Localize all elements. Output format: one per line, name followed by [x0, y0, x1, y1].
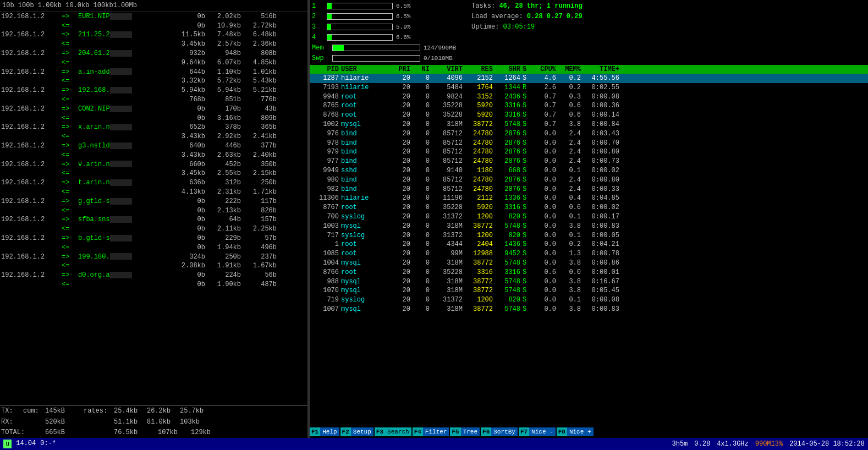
process-row[interactable]: 8767root2003522859203316S0.00.60:00.02 — [310, 203, 868, 212]
nethogs-dir: <= — [62, 280, 78, 289]
nethogs-ip — [1, 132, 62, 141]
nethogs-sent: 0b — [172, 105, 207, 114]
proc-state: S — [523, 129, 534, 139]
header-shr: SHR — [495, 65, 523, 73]
proc-user: root — [341, 92, 391, 102]
process-row[interactable]: 9949sshd20091401180668S0.00.10:00.02 — [310, 166, 868, 175]
proc-pri: 20 — [391, 203, 413, 212]
process-row[interactable]: 8768root2003522859203316S0.70.60:00.14 — [310, 111, 868, 120]
fn-label-f5[interactable]: Tree — [461, 427, 480, 436]
proc-time: 0:00.83 — [583, 222, 622, 231]
nethogs-rate: 117b — [243, 197, 279, 206]
tx-cum-val: 145kB — [45, 406, 84, 416]
process-row[interactable]: 977bind20085712247802876S0.02.40:00.73 — [310, 157, 868, 166]
proc-pid: 7193 — [311, 83, 341, 92]
proc-virt: 31372 — [432, 295, 465, 305]
nethogs-rate: 2.41kb — [243, 132, 279, 141]
nethogs-ip: 192.168.1.2 — [1, 234, 62, 243]
load-label: Load average: — [471, 13, 527, 20]
uptime-line: Uptime: 03:05:19 — [471, 22, 866, 32]
rx-row: RX: 520kB 51.1kb 81.0kb 103kb — [0, 417, 307, 427]
fn-label-f6[interactable]: SortBy — [491, 427, 518, 436]
nethogs-rate: 365b — [243, 123, 279, 132]
process-row[interactable]: 11306hilarie2001119621121336S0.00.40:04.… — [310, 194, 868, 203]
process-row[interactable]: 1002mysql200318M387725748S0.73.80:00.84 — [310, 120, 868, 129]
proc-user: root — [341, 111, 391, 120]
cpu-bar-container — [327, 3, 393, 9]
proc-res: 38772 — [465, 259, 495, 268]
nethogs-dest: g3.nstld — [78, 141, 172, 151]
proc-mem: 2.4 — [558, 175, 583, 185]
proc-pri: 20 — [391, 175, 413, 185]
process-row[interactable]: 1root200434424041436S0.00.20:04.21 — [310, 240, 868, 249]
process-row[interactable]: 1070mysql200318M387725748S0.03.80:05.45 — [310, 286, 868, 295]
process-row[interactable]: 1007mysql200318M387725748S0.03.80:00.83 — [310, 305, 868, 314]
fn-label-f8[interactable]: Nice + — [567, 427, 594, 436]
process-row[interactable]: 1003mysql200318M387725748S0.03.80:00.83 — [310, 222, 868, 231]
nethogs-dest — [78, 243, 172, 253]
proc-shr: 5748 — [495, 286, 523, 295]
proc-pid: 982 — [311, 185, 341, 194]
process-row[interactable]: 719syslog200313721200820S0.00.10:00.08 — [310, 295, 868, 305]
nethogs-ip: 192.168.1.2 — [1, 68, 62, 77]
fn-label-f3[interactable]: Search — [385, 427, 411, 436]
header-res: RES — [465, 65, 495, 73]
process-row[interactable]: 1287hilarie200409621521264S4.60.24:55.56 — [310, 74, 868, 83]
nethogs-dir: => — [62, 178, 78, 188]
proc-time: 0:00.02 — [583, 166, 622, 175]
proc-ni: 0 — [413, 295, 432, 305]
process-row[interactable]: 982bind20085712247802876S0.02.40:00.33 — [310, 185, 868, 194]
process-row[interactable]: 700syslog200313721200820S0.00.10:00.17 — [310, 212, 868, 222]
proc-user: bind — [341, 139, 391, 148]
proc-ni: 0 — [413, 268, 432, 277]
nethogs-row: <=3.45kb2.57kb2.36kb — [0, 40, 307, 49]
process-row[interactable]: 980bind20085712247802876S0.02.40:00.80 — [310, 175, 868, 185]
process-row[interactable]: 8766root2003522833163316S0.60.00:00.01 — [310, 268, 868, 277]
nethogs-rate: 56b — [243, 271, 279, 280]
proc-time: 0:02.55 — [583, 83, 622, 92]
nethogs-dir: => — [62, 160, 78, 169]
process-row[interactable]: 8765root2003522859203316S0.70.60:00.36 — [310, 101, 868, 111]
nethogs-recv: 5.72kb — [207, 76, 243, 86]
nethogs-rate: 1.71kb — [243, 188, 279, 197]
proc-state: S — [523, 111, 534, 120]
proc-res: 24780 — [465, 175, 495, 185]
process-row[interactable]: 9948root200982431522436S0.70.30:00.08 — [310, 92, 868, 102]
tx-rate3: 25.7kb — [180, 406, 213, 416]
process-row[interactable]: 979bind20085712247802876S0.02.40:00.80 — [310, 147, 868, 157]
nethogs-rate: 2.36kb — [243, 40, 279, 49]
rx-cum-val: 520kB — [45, 417, 84, 427]
fn-label-f7[interactable]: Nice - — [529, 427, 556, 436]
process-row[interactable]: 1004mysql200318M387725748S0.03.80:00.86 — [310, 259, 868, 268]
proc-virt: 318M — [432, 277, 465, 287]
fn-label-f1[interactable]: Help — [320, 427, 339, 436]
fn-label-f4[interactable]: Filter — [423, 427, 449, 436]
process-row[interactable]: 7193hilarie200548417641344R2.60.20:02.55 — [310, 83, 868, 92]
nethogs-dest: a.in-add — [78, 68, 172, 77]
nethogs-rate: 2.15kb — [243, 169, 279, 178]
cpu-bar-container — [327, 13, 393, 20]
process-row[interactable]: 978bind20085712247802876S0.02.40:00.70 — [310, 139, 868, 148]
mem-bar-text: 124/990MB — [424, 43, 456, 53]
process-row[interactable]: 1085root20099M129889452S0.01.30:00.78 — [310, 249, 868, 259]
nethogs-rate: 4.85kb — [243, 58, 279, 68]
proc-time: 0:00.05 — [583, 231, 622, 240]
proc-time: 0:00.14 — [583, 111, 622, 120]
fn-label-f2[interactable]: Setup — [351, 427, 373, 436]
nethogs-sent: 0b — [172, 215, 207, 224]
proc-pid: 700 — [311, 212, 341, 222]
proc-state: S — [523, 92, 534, 102]
proc-pri: 20 — [391, 139, 413, 148]
process-row[interactable]: 717syslog200313721200820S0.00.10:00.05 — [310, 231, 868, 240]
stats-section: Tasks: 46, 28 thr; 1 running Load averag… — [466, 1, 866, 64]
nethogs-dest: sfba.sns — [78, 215, 172, 224]
nethogs-dir: => — [62, 215, 78, 224]
process-row[interactable]: 976bind20085712247802876S0.02.40:03.43 — [310, 129, 868, 139]
nethogs-sent: 324b — [172, 253, 207, 262]
nethogs-dir: <= — [62, 169, 78, 178]
proc-shr: 820 — [495, 231, 523, 240]
process-row[interactable]: 988mysql200318M387725748S0.03.80:16.67 — [310, 277, 868, 287]
nethogs-recv: 224b — [207, 271, 243, 280]
proc-ni: 0 — [413, 240, 432, 249]
nethogs-sent: 768b — [172, 95, 207, 105]
